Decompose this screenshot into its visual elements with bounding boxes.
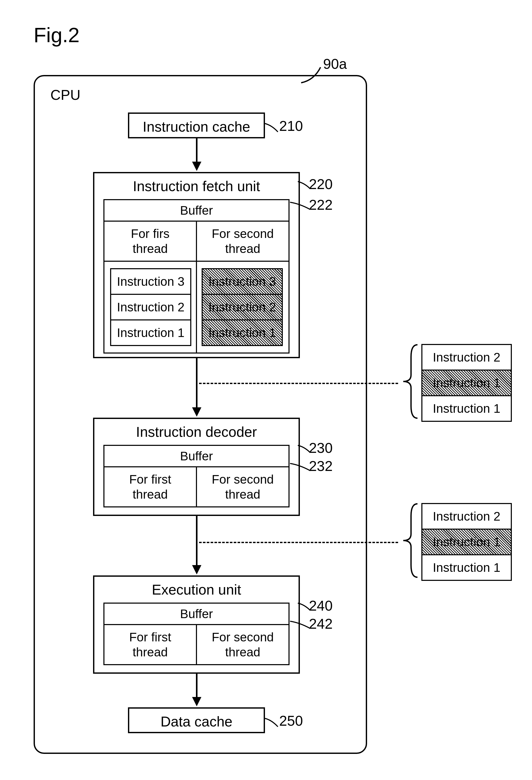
fetch-col2-instr-1: Instruction 1: [203, 320, 282, 345]
figure-label: Fig.2: [34, 23, 79, 47]
side2-instr-2: Instruction 2: [422, 504, 511, 529]
cpu-label: CPU: [50, 87, 81, 103]
execution-unit: Execution unit Buffer For first thread F…: [93, 575, 300, 674]
dashed-line-1: [199, 383, 398, 384]
ref-210: 210: [279, 118, 303, 134]
dashed-line-2: [199, 542, 398, 543]
fetch-buffer: Buffer For firs thread For second thread…: [103, 199, 289, 353]
ref-222: 222: [309, 197, 333, 213]
ref-90a: 90a: [323, 56, 347, 72]
execution-col2: For second thread: [196, 625, 288, 664]
arrow-4: [196, 674, 198, 698]
side-stack-2: Instruction 2 Instruction 1 Instruction …: [421, 503, 512, 581]
side1-instr-2: Instruction 2: [422, 345, 511, 370]
ref-250: 250: [279, 713, 303, 729]
ref-242: 242: [309, 616, 333, 632]
instruction-decoder: Instruction decoder Buffer For first thr…: [93, 418, 300, 516]
brace-2: [402, 503, 420, 578]
fetch-col1-instr-1: Instruction 1: [111, 320, 190, 345]
fetch-title: Instruction fetch unit: [94, 173, 299, 199]
decoder-col2: For second thread: [196, 467, 288, 506]
leader-210: [264, 123, 279, 133]
arrow-2: [196, 358, 198, 408]
arrow-1: [196, 138, 198, 163]
fetch-col1-instr-3: Instruction 3: [111, 269, 190, 294]
instruction-fetch-unit: Instruction fetch unit Buffer For firs t…: [93, 172, 300, 358]
fetch-col1-header: For firs thread: [104, 222, 196, 261]
fetch-col2-instr-2: Instruction 2: [203, 294, 282, 320]
fetch-col2-header: For second thread: [196, 222, 288, 261]
leader-222: [289, 202, 312, 211]
ref-240: 240: [309, 597, 333, 614]
execution-title: Execution unit: [94, 577, 299, 602]
side1-instr-1-hatch: Instruction 1: [422, 370, 511, 395]
fetch-buffer-title: Buffer: [104, 200, 288, 222]
fetch-col2-stack: Instruction 3 Instruction 2 Instruction …: [202, 268, 283, 346]
leader-230: [297, 445, 312, 454]
execution-col1: For first thread: [104, 625, 196, 664]
ref-220: 220: [309, 176, 333, 192]
decoder-threads: For first thread For second thread: [104, 467, 288, 506]
data-cache: Data cache: [128, 707, 265, 733]
decoder-col1: For first thread: [104, 467, 196, 506]
decoder-title: Instruction decoder: [94, 419, 299, 445]
arrow-3: [196, 516, 198, 567]
arrow-2-head: [192, 407, 201, 417]
side-stack-1: Instruction 2 Instruction 1 Instruction …: [421, 344, 512, 422]
instruction-cache: Instruction cache: [128, 112, 265, 138]
ref-232: 232: [309, 458, 333, 474]
fetch-threads-header: For firs thread For second thread: [104, 222, 288, 262]
arrow-1-head: [192, 162, 201, 171]
instruction-cache-title: Instruction cache: [129, 114, 264, 140]
leader-240: [297, 602, 312, 612]
leader-242: [289, 621, 312, 630]
side2-instr-1-hatch: Instruction 1: [422, 529, 511, 554]
arrow-3-head: [192, 565, 201, 574]
leader-250: [264, 718, 279, 728]
side1-instr-1: Instruction 1: [422, 395, 511, 421]
arrow-4-head: [192, 697, 201, 706]
leader-220: [297, 181, 312, 190]
fetch-col1-instr-2: Instruction 2: [111, 294, 190, 320]
decoder-buffer-title: Buffer: [104, 446, 288, 467]
ref-230: 230: [309, 440, 333, 456]
execution-threads: For first thread For second thread: [104, 625, 288, 664]
execution-buffer: Buffer For first thread For second threa…: [103, 602, 289, 665]
fetch-col1-stack: Instruction 3 Instruction 2 Instruction …: [110, 268, 191, 346]
decoder-buffer: Buffer For first thread For second threa…: [103, 445, 289, 507]
brace-1: [402, 344, 420, 419]
leader-232: [289, 463, 312, 472]
fetch-col2-instr-3: Instruction 3: [203, 269, 282, 294]
data-cache-title: Data cache: [129, 709, 264, 734]
execution-buffer-title: Buffer: [104, 603, 288, 625]
side2-instr-1: Instruction 1: [422, 554, 511, 580]
